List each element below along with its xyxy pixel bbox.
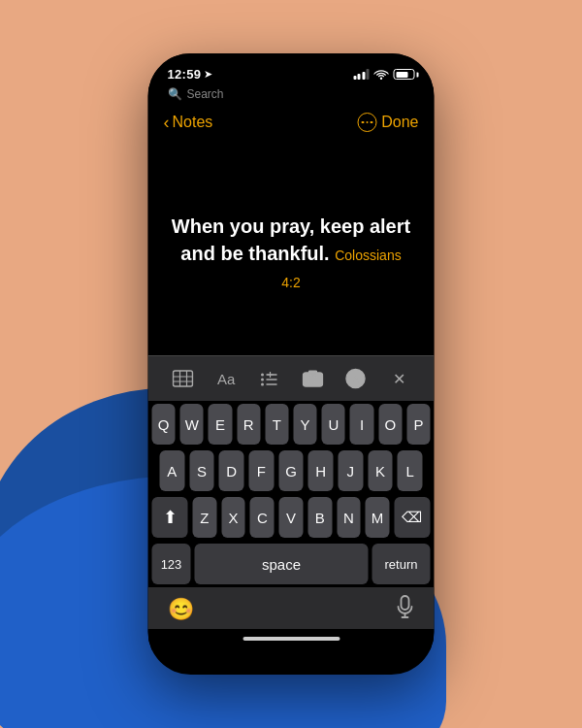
battery-icon [394,69,415,80]
svg-text:A: A [352,375,359,385]
table-button[interactable] [168,365,199,392]
svg-point-14 [308,376,316,383]
home-bar [242,637,340,641]
svg-rect-0 [174,371,193,386]
notes-back-button[interactable]: ‹ Notes [164,114,213,131]
status-bar: 12:59 ➤ [148,53,435,85]
note-text-container: When you pray, keep alert and be thankfu… [172,213,411,294]
notes-nav: ‹ Notes Done [148,107,435,142]
note-main-text: When you pray, keep alert and be thankfu… [172,213,411,294]
done-label: Done [381,114,418,131]
key-h[interactable]: H [308,450,334,491]
search-small-icon: 🔍 [168,87,182,101]
key-d[interactable]: D [219,450,244,491]
svg-rect-15 [308,371,316,374]
status-time: 12:59 [168,67,202,82]
status-icons [353,69,415,80]
note-content-area[interactable]: When you pray, keep alert and be thankfu… [148,142,435,355]
svg-point-5 [261,374,264,377]
key-delete[interactable]: ⌫ [394,497,430,538]
key-z[interactable]: Z [193,497,217,538]
location-icon: ➤ [204,68,212,81]
key-e[interactable]: E [209,404,232,445]
key-return[interactable]: return [372,544,431,584]
wifi-icon [374,69,389,80]
chevron-left-icon: ‹ [164,114,170,131]
key-l[interactable]: L [398,450,423,491]
key-n[interactable]: N [337,497,361,538]
keyboard-bottom-row: 123 space return [148,541,435,587]
more-options-icon [357,113,376,132]
key-g[interactable]: G [278,450,304,491]
key-w[interactable]: W [180,404,204,445]
svg-point-7 [261,379,264,381]
key-shift[interactable]: ⬆ [152,497,188,538]
font-button[interactable]: Aa [210,365,242,392]
camera-button[interactable] [297,365,328,392]
key-numbers[interactable]: 123 [152,544,191,584]
key-f[interactable]: F [249,450,275,491]
key-a[interactable]: A [159,450,184,491]
key-q[interactable]: Q [151,404,175,445]
key-o[interactable]: O [378,404,402,445]
key-k[interactable]: K [368,450,393,491]
key-p[interactable]: P [406,404,430,445]
mic-button[interactable] [396,595,415,623]
signal-bars [353,69,370,80]
notes-done-button[interactable]: Done [357,113,418,132]
bottom-bar: 😊 [148,587,435,629]
key-j[interactable]: J [339,450,364,491]
key-b[interactable]: B [307,497,332,538]
notes-back-label: Notes [173,114,213,131]
svg-rect-18 [402,596,409,610]
key-y[interactable]: Y [294,404,317,445]
key-space[interactable]: space [195,544,369,584]
key-s[interactable]: S [189,450,214,491]
list-button[interactable] [254,365,285,392]
phone-frame: 12:59 ➤ 🔍 Search ‹ Notes [148,53,435,675]
format-toolbar: Aa A ✕ [148,355,435,401]
key-x[interactable]: X [221,497,245,538]
key-m[interactable]: M [366,497,390,538]
key-v[interactable]: V [279,497,304,538]
key-r[interactable]: R [237,404,260,445]
search-bar-row: 🔍 Search [148,85,435,107]
keyboard-row-3: ⬆ Z X C V B N M ⌫ [148,494,435,541]
keyboard-row-1: Q W E R T Y U I O P [148,401,435,447]
emoji-button[interactable]: 😊 [168,597,194,622]
close-toolbar-button[interactable]: ✕ [383,365,414,392]
key-c[interactable]: C [250,497,275,538]
search-label[interactable]: Search [187,87,224,101]
keyboard-row-2: A S D F G H J K L [148,447,435,494]
key-i[interactable]: I [350,404,373,445]
home-indicator [148,629,435,650]
circle-a-button[interactable]: A [340,365,372,392]
key-u[interactable]: U [322,404,345,445]
svg-point-9 [261,383,264,386]
key-t[interactable]: T [265,404,288,445]
